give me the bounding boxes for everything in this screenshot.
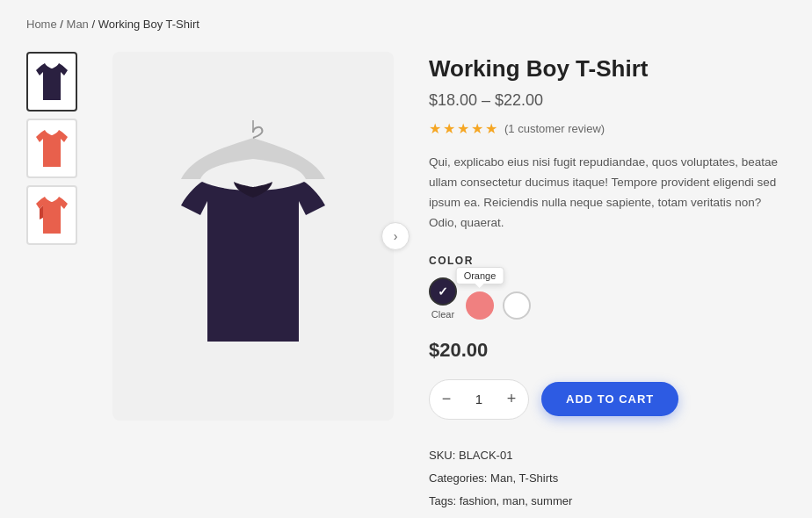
star-1: ★ — [429, 120, 441, 137]
sku-label: SKU: — [429, 449, 455, 462]
swatch-check-icon: ✓ — [438, 284, 448, 299]
tags-row: Tags: fashion, man, summer — [429, 490, 786, 513]
quantity-increase-button[interactable]: + — [495, 380, 528, 419]
star-4: ★ — [471, 120, 483, 137]
tags-label: Tags: — [429, 494, 456, 507]
product-title: Working Boy T-Shirt — [429, 55, 786, 83]
color-swatch-white[interactable] — [503, 291, 531, 320]
thumbnail-black[interactable] — [26, 52, 77, 112]
breadcrumb-current: Working Boy T-Shirt — [98, 18, 199, 31]
breadcrumb: Home / Man / Working Boy T-Shirt — [26, 18, 786, 31]
main-image-column: › — [112, 52, 394, 421]
page-wrapper: Home / Man / Working Boy T-Shirt — [0, 0, 812, 518]
thumbnail-column — [26, 52, 77, 245]
meta-info: SKU: BLACK-01 Categories: Man, T-Shirts … — [429, 444, 786, 513]
color-swatch-wrapper-orange: Orange — [466, 291, 494, 320]
rating-row: ★ ★ ★ ★ ★ (1 customer review) — [429, 120, 786, 137]
color-swatches: ✓ Clear Orange — [429, 277, 786, 320]
price-range: $18.00 – $22.00 — [429, 91, 786, 110]
next-image-arrow[interactable]: › — [381, 222, 410, 250]
color-swatch-orange[interactable] — [466, 291, 494, 320]
star-3: ★ — [457, 120, 469, 137]
sku-row: SKU: BLACK-01 — [429, 444, 786, 467]
product-details: Working Boy T-Shirt $18.00 – $22.00 ★ ★ … — [429, 52, 786, 513]
color-swatch-black[interactable]: ✓ — [429, 277, 457, 306]
product-description: Qui, explicabo eius nisi fugit repudiand… — [429, 153, 786, 234]
breadcrumb-man[interactable]: Man — [67, 18, 89, 31]
color-label: COLOR — [429, 255, 786, 267]
breadcrumb-home[interactable]: Home — [26, 18, 57, 31]
cart-row: − 1 + ADD TO CART — [429, 379, 786, 420]
star-2: ★ — [443, 120, 455, 137]
current-price: $20.00 — [429, 339, 786, 362]
quantity-control: − 1 + — [429, 379, 529, 420]
color-tooltip-orange: Orange — [456, 267, 504, 284]
thumbnail-orange[interactable] — [26, 119, 77, 178]
sku-value-text: BLACK-01 — [459, 449, 512, 462]
quantity-decrease-button[interactable]: − — [430, 380, 463, 419]
categories-row: Categories: Man, T-Shirts — [429, 467, 786, 490]
product-image — [156, 104, 350, 368]
star-5: ★ — [485, 120, 497, 137]
star-rating: ★ ★ ★ ★ ★ — [429, 120, 497, 137]
color-swatch-wrapper-black: ✓ Clear — [429, 277, 457, 320]
quantity-value: 1 — [463, 392, 495, 406]
swatch-label-black: Clear — [431, 309, 454, 320]
add-to-cart-button[interactable]: ADD TO CART — [541, 382, 678, 416]
color-swatch-wrapper-white — [503, 291, 531, 320]
categories-label: Categories: — [429, 471, 487, 485]
product-layout: › Working Boy T-Shirt $18.00 – $22.00 ★ … — [26, 52, 786, 513]
color-section: COLOR ✓ Clear Orange — [429, 255, 786, 320]
main-image-wrapper: › — [112, 52, 394, 421]
thumbnail-orange2[interactable] — [26, 185, 77, 245]
categories-value-text: Man, T-Shirts — [490, 471, 558, 485]
tags-value-text: fashion, man, summer — [460, 494, 573, 507]
review-count[interactable]: (1 customer review) — [504, 122, 605, 135]
